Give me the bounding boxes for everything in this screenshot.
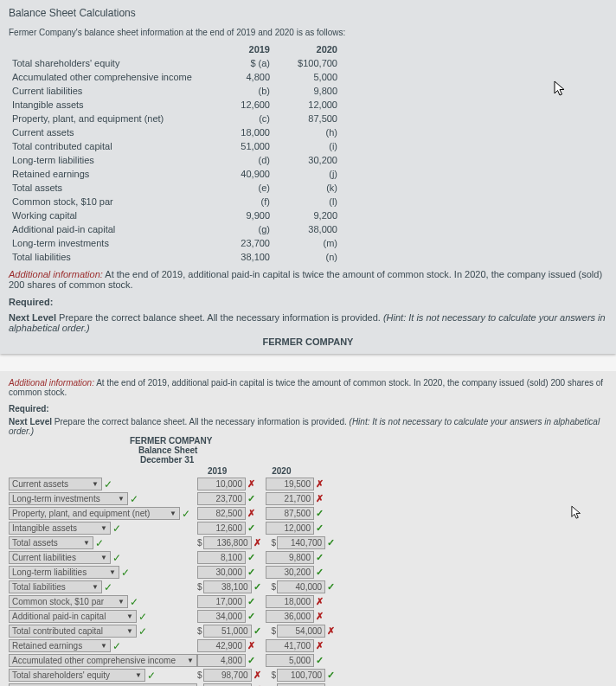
account-dropdown[interactable]: Additional paid-in capital▼ <box>9 610 137 623</box>
account-dropdown[interactable]: Intangible assets▼ <box>9 522 111 535</box>
amount-input[interactable]: 30,200 <box>266 566 314 579</box>
next-level-line-2: Next Level Prepare the correct balance s… <box>9 417 607 436</box>
check-mark-icon: ✓ <box>247 655 255 666</box>
dollar-sign: $ <box>197 538 202 548</box>
chevron-down-icon: ▼ <box>100 642 107 650</box>
amount-input[interactable]: 36,000 <box>266 610 314 623</box>
info-table: 2019 2020 Total shareholders' equity$ (a… <box>9 42 341 264</box>
account-dropdown[interactable]: Total shareholders' equity▼ <box>9 669 145 682</box>
amount-input[interactable]: 9,800 <box>266 551 314 564</box>
amount-input[interactable]: 19,500 <box>266 478 314 490</box>
x-mark-icon: ✗ <box>316 478 324 490</box>
x-mark-icon: ✗ <box>316 640 324 651</box>
check-mark-icon: ✓ <box>253 581 261 593</box>
dollar-sign: $ <box>197 670 202 680</box>
row-2020: 12,000 <box>273 98 341 112</box>
account-dropdown[interactable]: Total liabilities▼ <box>9 580 102 593</box>
amount-input[interactable]: 54,000 <box>277 625 325 638</box>
check-mark-icon: ✓ <box>316 655 324 666</box>
amount-input[interactable]: 87,500 <box>266 507 314 520</box>
row-label: Total shareholders' equity <box>9 56 206 70</box>
check-mark-icon: ✓ <box>253 625 261 637</box>
x-mark-icon: ✗ <box>247 640 255 651</box>
amount-input[interactable]: 136,800 <box>203 536 252 549</box>
row-label: Intangible assets <box>9 98 206 112</box>
account-dropdown[interactable]: Long-term liabilities▼ <box>9 566 119 579</box>
row-2019: (b) <box>206 84 273 98</box>
amount-input[interactable]: 5,000 <box>266 654 314 667</box>
row-2020: (i) <box>273 139 341 153</box>
row-label: Common stock, $10 par <box>9 195 206 208</box>
row-label: Total liabilities <box>9 250 206 264</box>
x-mark-icon: ✗ <box>247 508 255 519</box>
account-dropdown[interactable]: Current assets▼ <box>9 478 102 490</box>
row-label: Working capital <box>9 208 206 222</box>
table-row: Accumulated other comprehensive income4,… <box>9 70 341 84</box>
amount-input[interactable]: 12,000 <box>266 522 314 535</box>
row-label: Current assets <box>9 125 206 139</box>
account-dropdown[interactable]: Total contributed capital▼ <box>9 625 137 638</box>
row-2020: 30,200 <box>273 153 341 167</box>
amount-input[interactable]: 30,000 <box>197 566 246 579</box>
check-mark-icon: ✓ <box>316 523 324 534</box>
cursor-icon <box>554 80 568 98</box>
answer-row: Common stock, $10 par▼✓17,000✓18,000✗ <box>9 595 607 608</box>
row-label: Additional paid-in capital <box>9 222 206 236</box>
intro-text: Fermer Company's balance sheet informati… <box>9 28 607 37</box>
amount-input[interactable]: 100,700 <box>277 669 325 682</box>
amount-input[interactable]: 98,700 <box>203 669 252 682</box>
chevron-down-icon: ▼ <box>100 524 107 532</box>
amount-input[interactable]: 40,000 <box>277 580 325 593</box>
table-row: Property, plant, and equipment (net)(c)8… <box>9 112 341 125</box>
answer-row: Current liabilities▼✓8,100✓9,800✓ <box>9 551 607 564</box>
amount-input[interactable]: 42,900 <box>197 639 246 652</box>
amount-input[interactable]: 23,700 <box>197 492 246 505</box>
row-2019: 12,600 <box>206 98 273 112</box>
amount-input[interactable]: 51,000 <box>203 625 252 638</box>
dollar-sign: $ <box>197 626 202 636</box>
answer-row: Total contributed capital▼✓$51,000✓$54,0… <box>9 625 607 638</box>
row-2020: 5,000 <box>273 70 341 84</box>
row-2019: (g) <box>206 222 273 236</box>
amount-input[interactable]: 82,500 <box>197 507 246 520</box>
row-2020: (m) <box>273 236 341 250</box>
amount-input[interactable]: 34,000 <box>197 610 246 623</box>
x-mark-icon: ✗ <box>316 596 324 607</box>
account-dropdown[interactable]: Property, plant, and equipment (net)▼ <box>9 507 180 520</box>
amount-input[interactable]: 38,100 <box>203 580 252 593</box>
account-dropdown[interactable]: Accumulated other comprehensive income▼ <box>9 654 197 667</box>
account-dropdown[interactable]: Current liabilities▼ <box>9 551 111 564</box>
account-dropdown[interactable]: Long-term investments▼ <box>9 492 128 505</box>
check-icon: ✓ <box>130 596 138 608</box>
answer-panel: Additional information: At the end of 20… <box>0 371 616 686</box>
account-dropdown[interactable]: Common stock, $10 par▼ <box>9 595 128 608</box>
account-dropdown[interactable]: Retained earnings▼ <box>9 639 111 652</box>
row-label: Property, plant, and equipment (net) <box>9 112 206 125</box>
row-label: Total assets <box>9 181 206 195</box>
check-mark-icon: ✓ <box>316 508 324 519</box>
amount-input[interactable]: 4,800 <box>197 654 246 667</box>
problem-panel: Balance Sheet Calculations Fermer Compan… <box>0 0 616 354</box>
table-row: Total liabilities38,100(n) <box>9 250 341 264</box>
amount-input[interactable]: 8,100 <box>197 551 246 564</box>
table-row: Current assets18,000(h) <box>9 125 341 139</box>
chevron-down-icon: ▼ <box>83 539 90 547</box>
row-2019: (c) <box>206 112 273 125</box>
row-label: Current liabilities <box>9 84 206 98</box>
amount-input[interactable]: 41,700 <box>266 639 314 652</box>
row-2020: (l) <box>273 195 341 208</box>
x-mark-icon: ✗ <box>253 670 261 681</box>
amount-input[interactable]: 21,700 <box>266 492 314 505</box>
account-dropdown[interactable]: Total assets▼ <box>9 536 93 549</box>
check-icon: ✓ <box>138 625 147 638</box>
amount-input[interactable]: 18,000 <box>266 595 314 608</box>
check-icon: ✓ <box>182 508 190 520</box>
amount-input[interactable]: 12,600 <box>197 522 246 535</box>
amount-input[interactable]: 17,000 <box>197 595 246 608</box>
row-2020: 38,000 <box>273 222 341 236</box>
x-mark-icon: ✗ <box>316 611 324 622</box>
amount-input[interactable]: 140,700 <box>277 536 325 549</box>
table-row: Total contributed capital51,000(i) <box>9 139 341 153</box>
row-2019: (e) <box>206 181 273 195</box>
amount-input[interactable]: 10,000 <box>197 478 246 490</box>
